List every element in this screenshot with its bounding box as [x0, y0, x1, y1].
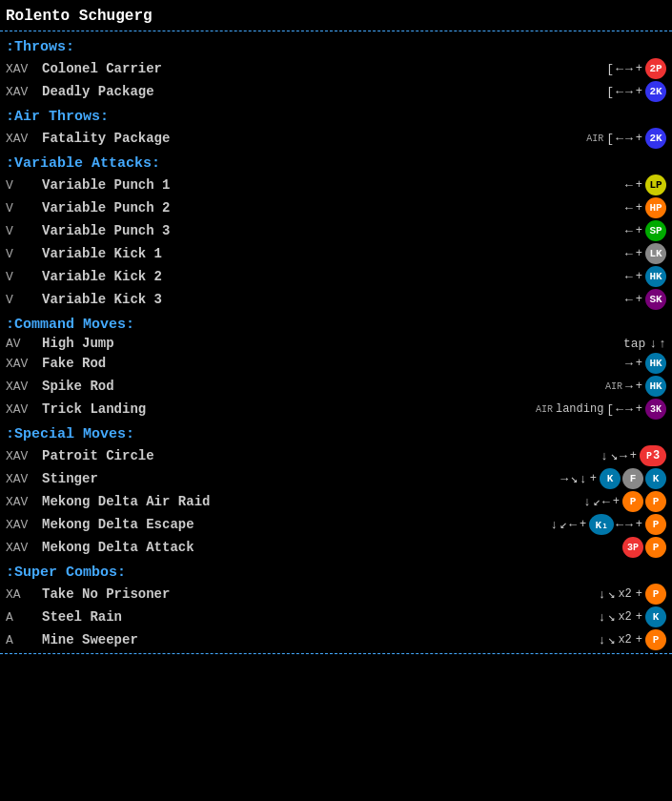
move-colonel-carrier: XAV Colonel Carrier [ ← → + 2P — [0, 57, 672, 80]
section-super-combos-header: :Super Combos: — [0, 559, 672, 583]
move-take-no-prisoner: XA Take No Prisoner ↓ ↘ x2 + P — [0, 583, 672, 606]
section-variable-attacks-header: :Variable Attacks: — [0, 150, 672, 174]
section-special-moves-header: :Special Moves: — [0, 421, 672, 444]
section-command-moves-header: :Command Moves: — [0, 311, 672, 335]
move-mekong-air-raid: XAV Mekong Delta Air Raid ↓ ↙ ← + P P — [0, 490, 672, 513]
move-stinger: XAV Stinger → ↘ ↓ + K F K — [0, 467, 672, 490]
section-throws-header: :Throws: — [0, 33, 672, 57]
move-variable-kick-3: V Variable Kick 3 ← + SK — [0, 288, 672, 311]
move-fake-rod: XAV Fake Rod → + HK — [0, 352, 672, 375]
move-mekong-escape: XAV Mekong Delta Escape ↓ ↙ ← + K₁ ← → +… — [0, 513, 672, 536]
move-high-jump: AV High Jump tap ↓ ↑ — [0, 335, 672, 352]
move-fatality-package: XAV Fatality Package AIR[ ← → + 2K — [0, 127, 672, 150]
move-variable-punch-2: V Variable Punch 2 ← + HP — [0, 196, 672, 219]
move-variable-punch-3: V Variable Punch 3 ← + SP — [0, 219, 672, 242]
move-variable-kick-1: V Variable Kick 1 ← + LK — [0, 242, 672, 265]
move-trick-landing: XAV Trick Landing AIRlanding[ ← → + 3K — [0, 398, 672, 421]
top-divider — [0, 31, 672, 31]
title: Rolento Schugerg — [0, 4, 672, 29]
move-spike-rod: XAV Spike Rod AIR → + HK — [0, 375, 672, 398]
move-mine-sweeper: A Mine Sweeper ↓ ↘ x2 + P — [0, 628, 672, 651]
section-air-throws-header: :Air Throws: — [0, 103, 672, 127]
move-steel-rain: A Steel Rain ↓ ↘ x2 + K — [0, 606, 672, 628]
bottom-divider — [0, 653, 672, 654]
move-variable-kick-2: V Variable Kick 2 ← + HK — [0, 265, 672, 288]
move-patroit-circle: XAV Patroit Circle ↓ ↘ → + P3 — [0, 444, 672, 467]
move-variable-punch-1: V Variable Punch 1 ← + LP — [0, 174, 672, 196]
move-mekong-attack: XAV Mekong Delta Attack 3P P — [0, 536, 672, 559]
move-deadly-package: XAV Deadly Package [ ← → + 2K — [0, 80, 672, 103]
